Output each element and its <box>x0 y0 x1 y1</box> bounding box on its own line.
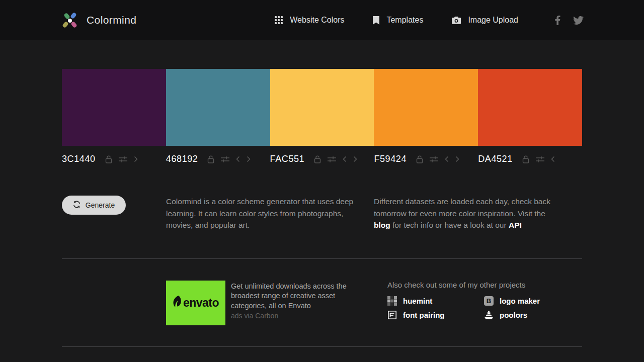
lock-icon[interactable] <box>416 155 423 163</box>
huemint-pixel-h-icon <box>387 296 397 306</box>
camera-icon <box>452 17 461 24</box>
projects-grid: huemint B logo maker <box>387 296 540 320</box>
move-left-icon[interactable] <box>236 156 240 162</box>
hex-value: FAC551 <box>270 154 305 164</box>
envato-leaf-icon <box>173 296 181 310</box>
move-left-icon[interactable] <box>445 156 449 162</box>
move-right-icon[interactable] <box>455 156 459 162</box>
envato-ad-logo[interactable]: envato <box>166 281 225 325</box>
project-label: poolors <box>500 311 527 319</box>
adjust-sliders-icon[interactable] <box>328 156 336 163</box>
bookmark-icon <box>373 16 379 25</box>
swatch-controls-4: F59424 <box>374 154 478 164</box>
move-right-icon[interactable] <box>353 156 357 162</box>
swatch-controls-5: DA4521 <box>478 154 582 164</box>
api-link[interactable]: API <box>509 221 522 229</box>
projects-heading: Also check out some of my other projects <box>387 281 540 289</box>
swatch-controls-1: 3C1440 <box>62 154 166 164</box>
ad-copy: Get unlimited downloads across the broad… <box>231 281 363 325</box>
lock-icon[interactable] <box>105 155 112 163</box>
colormind-dots-icon <box>62 12 78 28</box>
brand-name: Colormind <box>87 14 136 26</box>
color-palette <box>62 69 582 146</box>
lock-icon[interactable] <box>522 155 529 163</box>
color-swatch-4 <box>374 69 478 146</box>
social-links <box>555 16 584 25</box>
nav-templates[interactable]: Templates <box>373 16 423 25</box>
grid-icon <box>275 16 283 24</box>
project-logo-maker[interactable]: B logo maker <box>484 296 540 306</box>
blog-link[interactable]: blog <box>374 221 390 229</box>
footer-spacer <box>62 281 166 325</box>
move-right-icon[interactable] <box>247 156 251 162</box>
colormind-logo[interactable]: Colormind <box>62 12 136 28</box>
adjust-sliders-icon[interactable] <box>119 156 127 163</box>
ads-via-carbon-link[interactable]: ads via Carbon <box>231 312 363 320</box>
nav-website-colors[interactable]: Website Colors <box>275 16 344 25</box>
project-poolors[interactable]: poolors <box>484 310 540 320</box>
color-swatch-1 <box>62 69 166 146</box>
hex-value: 468192 <box>166 154 198 164</box>
project-font-pairing[interactable]: font pairing <box>387 310 484 320</box>
generate-button[interactable]: Generate <box>62 196 126 215</box>
hex-value: DA4521 <box>478 154 513 164</box>
project-label: huemint <box>403 297 432 305</box>
project-label: font pairing <box>403 311 445 319</box>
hex-value: 3C1440 <box>62 154 96 164</box>
logo-maker-b-icon: B <box>484 296 494 306</box>
refresh-icon <box>73 201 80 210</box>
nav-templates-label: Templates <box>386 16 423 25</box>
footer-section: envato Get unlimited downloads across th… <box>62 281 582 325</box>
other-projects: Also check out some of my other projects… <box>387 281 540 325</box>
color-swatch-3 <box>270 69 374 146</box>
color-swatch-2 <box>166 69 270 146</box>
project-huemint[interactable]: huemint <box>387 296 484 306</box>
intro-section: Generate Colormind is a color scheme gen… <box>62 196 582 231</box>
intro-right-text-1: Different datasets are loaded each day, … <box>374 197 550 218</box>
adjust-sliders-icon[interactable] <box>536 156 544 163</box>
envato-logo-text: envato <box>183 296 219 310</box>
poolors-stack-icon <box>484 310 494 320</box>
twitter-icon[interactable] <box>573 16 584 25</box>
lock-icon[interactable] <box>207 155 214 163</box>
generate-column: Generate <box>62 196 166 215</box>
move-right-icon[interactable] <box>134 156 138 162</box>
envato-logo: envato <box>173 296 219 310</box>
intro-paragraph-left: Colormind is a color scheme generator th… <box>166 196 358 231</box>
hex-value: F59424 <box>374 154 407 164</box>
project-label: logo maker <box>500 297 540 305</box>
divider-bottom <box>62 346 582 347</box>
swatch-controls-2: 468192 <box>166 154 270 164</box>
main-nav: Website Colors Templates Image Upload <box>275 16 518 25</box>
facebook-icon[interactable] <box>555 16 560 25</box>
adjust-sliders-icon[interactable] <box>221 156 229 163</box>
adjust-sliders-icon[interactable] <box>430 156 438 163</box>
move-left-icon[interactable] <box>343 156 347 162</box>
nav-website-colors-label: Website Colors <box>290 16 344 25</box>
intro-right-text-2: for tech info or have a look at our <box>390 221 509 229</box>
font-pairing-f-icon <box>387 310 397 320</box>
top-navigation-bar: Colormind Website Colors Templates <box>0 0 644 40</box>
swatch-controls-3: FAC551 <box>270 154 374 164</box>
swatch-controls-row: 3C1440 468192 <box>62 146 582 164</box>
color-swatch-5 <box>478 69 582 146</box>
lock-icon[interactable] <box>314 155 321 163</box>
ad-text-link[interactable]: Get unlimited downloads across the broad… <box>231 282 363 311</box>
move-left-icon[interactable] <box>551 156 555 162</box>
intro-paragraph-right: Different datasets are loaded each day, … <box>374 196 551 231</box>
generate-button-label: Generate <box>86 201 115 209</box>
nav-image-upload[interactable]: Image Upload <box>452 16 518 25</box>
divider-top <box>62 258 582 259</box>
nav-image-upload-label: Image Upload <box>468 16 518 25</box>
colormind-page: Colormind Website Colors Templates <box>0 0 644 362</box>
